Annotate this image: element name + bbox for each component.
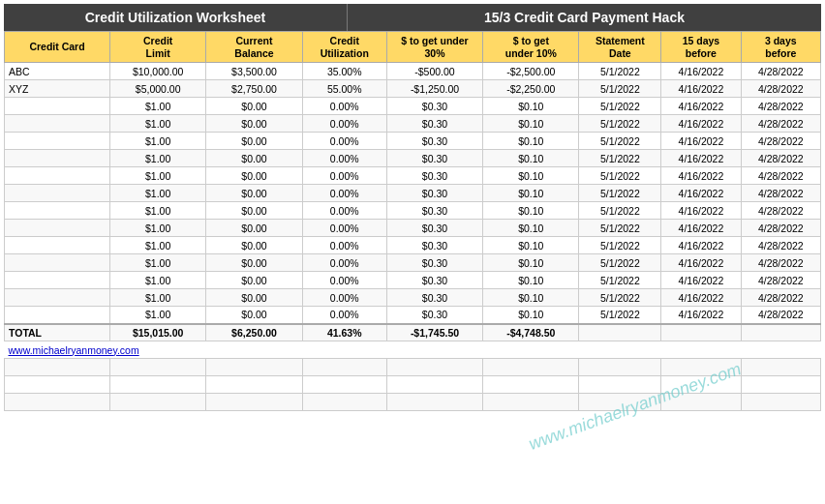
cell: $0.10 (483, 307, 579, 324)
cell: 4/28/2022 (741, 133, 820, 150)
header-3-days: 3 daysbefore (741, 32, 820, 63)
total-cell (579, 324, 661, 341)
total-cell: $6,250.00 (206, 324, 302, 341)
header-credit-limit: CreditLimit (110, 32, 206, 63)
empty-cell (110, 394, 206, 411)
cell: 0.00% (302, 150, 386, 167)
cell: 4/16/2022 (661, 63, 741, 80)
cell: 0.00% (302, 307, 386, 324)
table-row: $1.00$0.000.00%$0.30$0.105/1/20224/16/20… (5, 220, 821, 237)
cell: 0.00% (302, 289, 386, 307)
cell: $0.00 (206, 272, 302, 289)
cell: 5/1/2022 (579, 115, 661, 133)
cell (5, 254, 110, 272)
cell: 4/28/2022 (741, 98, 820, 115)
cell: $0.10 (483, 220, 579, 237)
cell (5, 220, 110, 237)
cell: 4/16/2022 (661, 254, 741, 272)
empty-row (5, 394, 821, 411)
cell: $0.00 (206, 185, 302, 202)
cell: 4/16/2022 (661, 167, 741, 185)
cell (5, 272, 110, 289)
cell: 4/16/2022 (661, 115, 741, 133)
cell: $0.30 (386, 254, 482, 272)
cell: 0.00% (302, 272, 386, 289)
cell: $1.00 (110, 202, 206, 220)
cell: 4/28/2022 (741, 80, 820, 98)
empty-cell (661, 359, 741, 376)
cell: 0.00% (302, 254, 386, 272)
cell: 0.00% (302, 133, 386, 150)
total-cell: $15,015.00 (110, 324, 206, 341)
empty-cell (579, 359, 661, 376)
total-cell (661, 324, 741, 341)
cell: $0.30 (386, 167, 482, 185)
cell: 55.00% (302, 80, 386, 98)
cell: 4/28/2022 (741, 254, 820, 272)
cell (5, 133, 110, 150)
cell: $1.00 (110, 167, 206, 185)
empty-cell (579, 376, 661, 394)
cell: -$2,250.00 (483, 80, 579, 98)
cell: $5,000.00 (110, 80, 206, 98)
cell (5, 237, 110, 254)
cell: ABC (5, 63, 110, 80)
cell: XYZ (5, 80, 110, 98)
empty-cell (741, 376, 820, 394)
cell: $0.30 (386, 289, 482, 307)
cell (5, 167, 110, 185)
cell: $10,000.00 (110, 63, 206, 80)
cell: 0.00% (302, 220, 386, 237)
empty-cell (5, 359, 110, 376)
cell (5, 289, 110, 307)
empty-row (5, 376, 821, 394)
cell: $0.10 (483, 272, 579, 289)
empty-cell (5, 376, 110, 394)
cell: $0.10 (483, 254, 579, 272)
header-under-10: $ to getunder 10% (483, 32, 579, 63)
cell: $1.00 (110, 307, 206, 324)
cell: 4/28/2022 (741, 307, 820, 324)
empty-cell (741, 359, 820, 376)
cell: 0.00% (302, 115, 386, 133)
cell: 5/1/2022 (579, 237, 661, 254)
cell: $0.30 (386, 115, 482, 133)
title-left: Credit Utilization Worksheet (4, 4, 348, 31)
cell: 4/16/2022 (661, 237, 741, 254)
cell: $1.00 (110, 115, 206, 133)
website-link[interactable]: www.michaelryanmoney.com (9, 344, 139, 356)
cell: $0.10 (483, 115, 579, 133)
cell: $0.10 (483, 185, 579, 202)
cell (5, 115, 110, 133)
total-cell: TOTAL (5, 324, 110, 341)
cell: 5/1/2022 (579, 63, 661, 80)
cell: $0.30 (386, 307, 482, 324)
cell: 5/1/2022 (579, 133, 661, 150)
cell: $2,750.00 (206, 80, 302, 98)
cell: 0.00% (302, 185, 386, 202)
cell: 4/16/2022 (661, 98, 741, 115)
cell: 5/1/2022 (579, 272, 661, 289)
cell: $0.30 (386, 202, 482, 220)
cell: 4/28/2022 (741, 150, 820, 167)
cell: $0.00 (206, 167, 302, 185)
cell: $0.30 (386, 98, 482, 115)
cell: $1.00 (110, 150, 206, 167)
cell: 5/1/2022 (579, 150, 661, 167)
table-row: $1.00$0.000.00%$0.30$0.105/1/20224/16/20… (5, 202, 821, 220)
header-row: Credit Card CreditLimit CurrentBalance C… (5, 32, 821, 63)
empty-cell (741, 394, 820, 411)
header-current-balance: CurrentBalance (206, 32, 302, 63)
cell: $0.30 (386, 150, 482, 167)
table-row: XYZ$5,000.00$2,750.0055.00%-$1,250.00-$2… (5, 80, 821, 98)
cell: $0.30 (386, 272, 482, 289)
cell: 4/28/2022 (741, 237, 820, 254)
cell: $1.00 (110, 220, 206, 237)
cell: $1.00 (110, 289, 206, 307)
cell: 0.00% (302, 237, 386, 254)
cell: $3,500.00 (206, 63, 302, 80)
table-row: $1.00$0.000.00%$0.30$0.105/1/20224/16/20… (5, 272, 821, 289)
cell: 4/28/2022 (741, 272, 820, 289)
header-15-days: 15 daysbefore (661, 32, 741, 63)
empty-cell (302, 359, 386, 376)
